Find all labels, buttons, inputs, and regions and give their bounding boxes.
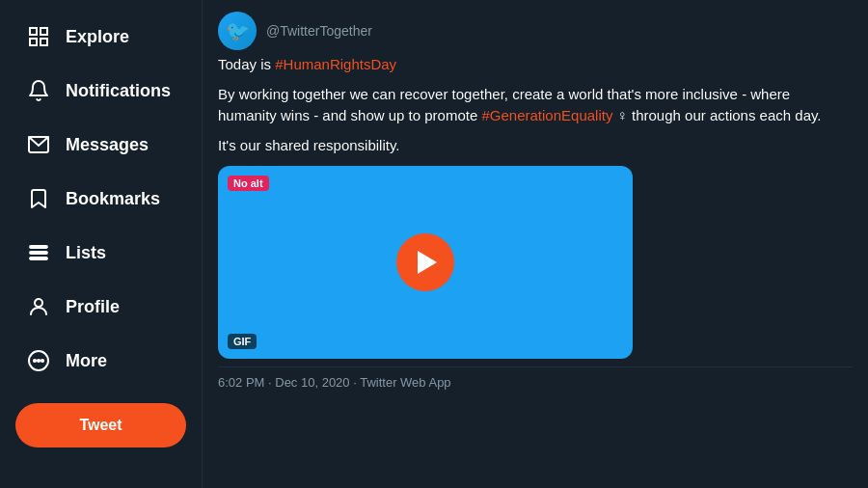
more-icon: [25, 347, 52, 374]
play-triangle-icon: [418, 251, 437, 274]
sidebar-item-messages[interactable]: Messages: [8, 120, 194, 170]
sidebar-item-label-bookmarks: Bookmarks: [66, 189, 160, 209]
sidebar-item-bookmarks[interactable]: Bookmarks: [8, 174, 194, 224]
sidebar-item-lists[interactable]: Lists: [8, 228, 194, 278]
tweet-button[interactable]: Tweet: [15, 403, 186, 447]
tweet-line2: It's our shared responsibility.: [218, 135, 853, 157]
svg-rect-2: [30, 252, 47, 254]
tweet-responsibility: It's our shared responsibility.: [218, 137, 400, 153]
svg-rect-3: [30, 258, 47, 259]
bell-icon: [25, 77, 52, 104]
mail-icon: [25, 131, 52, 158]
sidebar-item-more[interactable]: More: [8, 336, 194, 386]
explore-icon: [25, 23, 52, 50]
tweet-meta: 6:02 PM · Dec 10, 2020 · Twitter Web App: [218, 366, 853, 397]
svg-point-8: [41, 360, 43, 362]
tweet-hashtag1[interactable]: #HumanRightsDay: [275, 56, 396, 72]
tweet-para: By working together we can recover toget…: [218, 84, 853, 127]
sidebar-item-label-notifications: Notifications: [66, 81, 171, 101]
gif-badge: GIF: [228, 334, 257, 349]
tweet-header: 🐦 @TwitterTogether: [218, 12, 853, 50]
female-emoji: ♀️: [617, 107, 628, 123]
main-content: 🐦 @TwitterTogether Today is #HumanRights…: [203, 0, 868, 488]
sidebar-item-notifications[interactable]: Notifications: [8, 66, 194, 116]
sidebar-item-label-messages: Messages: [66, 135, 149, 155]
svg-rect-1: [30, 246, 47, 248]
tweet-hashtag2[interactable]: #GenerationEquality: [481, 107, 612, 123]
svg-point-4: [35, 299, 42, 307]
sidebar: Explore Notifications Messages Bookmarks: [0, 0, 203, 488]
avatar-icon: 🐦: [226, 19, 250, 42]
avatar: 🐦: [218, 12, 257, 50]
tweet-handle: @TwitterTogether: [266, 23, 372, 39]
tweet-para2: through our actions each day.: [632, 107, 822, 123]
tweet-container: 🐦 @TwitterTogether Today is #HumanRights…: [203, 0, 868, 397]
bookmark-icon: [25, 185, 52, 212]
media-container[interactable]: No alt GIF: [218, 166, 633, 359]
sidebar-item-label-profile: Profile: [66, 297, 120, 317]
play-button[interactable]: [396, 233, 454, 291]
list-icon: [25, 239, 52, 266]
tweet-line1: Today is #HumanRightsDay: [218, 54, 853, 76]
svg-point-6: [34, 360, 36, 362]
svg-point-7: [38, 360, 40, 362]
person-icon: [25, 293, 52, 320]
tweet-today: Today is: [218, 56, 271, 72]
sidebar-item-explore[interactable]: Explore: [8, 12, 194, 62]
tweet-body: Today is #HumanRightsDay By working toge…: [218, 54, 853, 156]
sidebar-item-label-explore: Explore: [66, 27, 129, 47]
sidebar-item-profile[interactable]: Profile: [8, 282, 194, 332]
sidebar-item-label-more: More: [66, 351, 107, 371]
no-alt-badge: No alt: [228, 176, 269, 191]
sidebar-item-label-lists: Lists: [66, 243, 106, 263]
